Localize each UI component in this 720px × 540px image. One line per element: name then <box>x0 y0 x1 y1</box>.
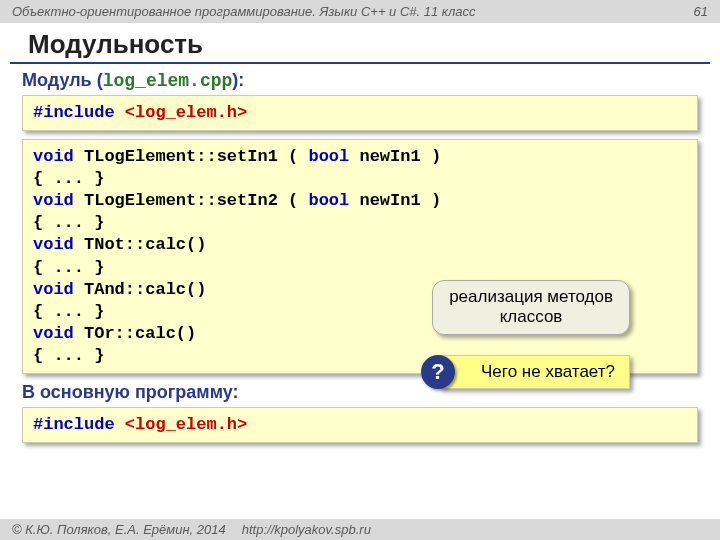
code-text: newIn1 ) <box>349 191 441 210</box>
code-text: TOr::calc() <box>74 324 196 343</box>
footer-bar: © К.Ю. Поляков, Е.А. Ерёмин, 2014 http:/… <box>0 519 720 540</box>
include-value: <log_elem.h> <box>125 103 247 122</box>
code-text: TLogElement::setIn2 ( <box>74 191 309 210</box>
code-text: TLogElement::setIn1 ( <box>74 147 309 166</box>
code-box: void TLogElement::setIn1 ( bool newIn1 )… <box>22 139 698 374</box>
footer-url: http://kpolyakov.spb.ru <box>242 522 371 537</box>
header-bar: Объектно-ориентированное программировани… <box>0 0 720 23</box>
question-mark-icon: ? <box>421 355 455 389</box>
include-space <box>115 415 125 434</box>
kw-bool: bool <box>308 191 349 210</box>
code-text: { ... } <box>33 213 104 232</box>
footer-copyright: © К.Ю. Поляков, Е.А. Ерёмин, 2014 <box>12 522 226 537</box>
callout-line2: классов <box>449 307 613 327</box>
callout-line1: реализация методов <box>449 287 613 307</box>
include-value: <log_elem.h> <box>125 415 247 434</box>
kw-void: void <box>33 235 74 254</box>
callout-question-text: Чего не хватает? <box>481 362 615 381</box>
include-keyword: #include <box>33 103 115 122</box>
kw-void: void <box>33 324 74 343</box>
callout-question: ? Чего не хватает? <box>440 355 630 389</box>
code-text: { ... } <box>33 302 104 321</box>
kw-void: void <box>33 280 74 299</box>
module-label-prefix: Модуль ( <box>22 70 103 90</box>
include-box-2: #include <log_elem.h> <box>22 407 698 443</box>
code-text: TAnd::calc() <box>74 280 207 299</box>
include-space <box>115 103 125 122</box>
kw-bool: bool <box>308 147 349 166</box>
code-text: { ... } <box>33 169 104 188</box>
code-text: TNot::calc() <box>74 235 207 254</box>
callout-implementation: реализация методов классов <box>432 280 630 335</box>
code-text: newIn1 ) <box>349 147 441 166</box>
include-box-1: #include <log_elem.h> <box>22 95 698 131</box>
course-title: Объектно-ориентированное программировани… <box>12 4 476 19</box>
page-title: Модульность <box>10 23 710 64</box>
include-keyword: #include <box>33 415 115 434</box>
module-label: Модуль (log_elem.cpp): <box>22 70 698 91</box>
code-text: { ... } <box>33 258 104 277</box>
code-text: { ... } <box>33 346 104 365</box>
page-number: 61 <box>694 4 708 19</box>
kw-void: void <box>33 191 74 210</box>
kw-void: void <box>33 147 74 166</box>
module-label-suffix: ): <box>232 70 244 90</box>
module-filename: log_elem.cpp <box>103 71 233 91</box>
